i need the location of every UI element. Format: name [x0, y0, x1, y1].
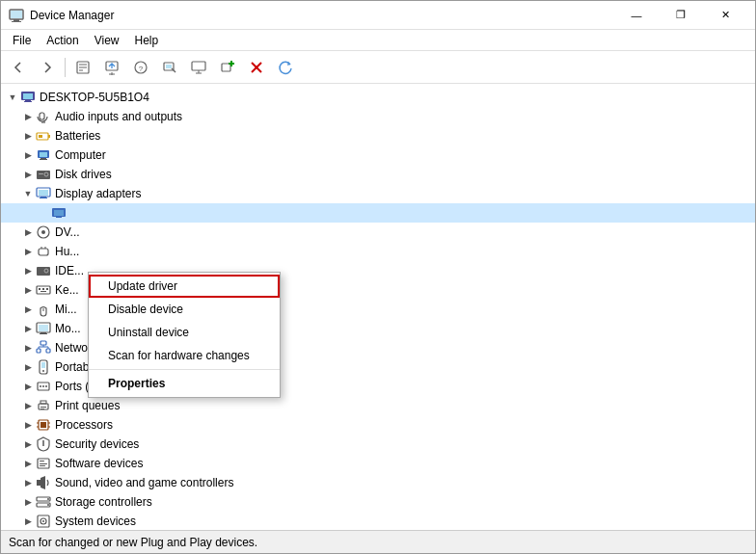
disk-icon	[36, 167, 51, 182]
keyboard-label: Ke...	[55, 283, 79, 297]
disk-arrow: ▶	[20, 167, 36, 182]
context-menu-update-driver[interactable]: Update driver	[89, 275, 280, 298]
computer-label: Computer	[55, 148, 106, 162]
software-icon	[36, 456, 51, 471]
tree-item-diskdrives[interactable]: ▶ Disk drives	[1, 165, 755, 184]
monitors-arrow: ▶	[20, 321, 36, 336]
forward-button[interactable]	[34, 54, 61, 81]
tree-item-security[interactable]: ▶ Security devices	[1, 435, 755, 454]
toolbar-sep-1	[65, 58, 66, 77]
processor-arrow: ▶	[20, 417, 36, 433]
svg-rect-56	[46, 288, 48, 290]
close-button[interactable]: ✕	[703, 1, 747, 30]
context-menu-uninstall-device[interactable]: Uninstall device	[89, 321, 280, 344]
maximize-button[interactable]: ❐	[659, 1, 703, 30]
tree-item-audio[interactable]: ▶ Audio inputs and outputs	[1, 107, 755, 126]
network-arrow: ▶	[20, 340, 36, 356]
battery-icon	[36, 128, 51, 144]
svg-rect-25	[25, 100, 31, 101]
svg-rect-93	[37, 480, 40, 486]
toolbar: ?	[1, 51, 755, 84]
tree-item-sound[interactable]: ▶ Sound, video and game controllers	[1, 473, 755, 492]
tree-item-storage[interactable]: ▶ Storage controllers	[1, 492, 755, 512]
svg-rect-55	[42, 288, 44, 290]
back-button[interactable]	[5, 54, 32, 81]
ide-icon	[36, 263, 51, 278]
update-driver-button[interactable]	[98, 54, 125, 81]
audio-icon	[36, 109, 51, 124]
storage-icon	[36, 494, 51, 510]
svg-point-75	[42, 385, 44, 387]
svg-point-96	[47, 498, 49, 500]
hu-arrow: ▶	[20, 244, 36, 259]
svg-rect-24	[23, 93, 33, 99]
tree-item-hu[interactable]: ▶ Hu...	[1, 242, 755, 261]
svg-point-88	[42, 440, 44, 442]
tree-item-dv[interactable]: ▶ DV...	[1, 223, 755, 242]
tree-item-system[interactable]: ▶ System devices	[1, 512, 755, 530]
svg-rect-41	[40, 197, 46, 198]
security-label: Security devices	[55, 437, 139, 451]
menu-help[interactable]: Help	[127, 32, 167, 49]
svg-rect-31	[39, 135, 42, 138]
tree-item-batteries[interactable]: ▶ Batteries	[1, 126, 755, 145]
tree-item-software[interactable]: ▶ Software devices	[1, 454, 755, 473]
svg-rect-38	[39, 173, 43, 174]
display-sub-icon	[51, 205, 67, 221]
svg-rect-2	[12, 21, 21, 22]
sound-label: Sound, video and game controllers	[55, 476, 233, 489]
mice-arrow: ▶	[20, 302, 36, 317]
hu-label: Hu...	[55, 245, 79, 258]
mice-label: Mi...	[55, 303, 77, 316]
scan-hardware-label: Scan for hardware changes	[108, 349, 250, 362]
svg-rect-90	[40, 461, 44, 462]
tree-item-processors[interactable]: ▶ Processors	[1, 415, 755, 435]
minimize-button[interactable]: —	[614, 1, 659, 30]
diskdrives-label: Disk drives	[55, 168, 112, 181]
tree-item-print[interactable]: ▶ Print queues	[1, 396, 755, 415]
refresh-button[interactable]	[272, 54, 299, 81]
svg-point-97	[47, 504, 49, 506]
add-device-button[interactable]	[214, 54, 241, 81]
batteries-label: Batteries	[55, 129, 100, 143]
svg-rect-60	[39, 325, 48, 331]
svg-rect-3	[11, 11, 22, 18]
tree-item-computer[interactable]: ▶ Computer	[1, 145, 755, 165]
computer2-icon	[36, 147, 51, 163]
context-menu-disable-device[interactable]: Disable device	[89, 298, 280, 321]
menu-action[interactable]: Action	[39, 32, 86, 49]
svg-rect-82	[40, 422, 46, 428]
help-button[interactable]: ?	[127, 54, 154, 81]
svg-point-76	[45, 385, 47, 387]
context-menu-separator	[89, 369, 280, 370]
menu-view[interactable]: View	[87, 32, 127, 49]
ide-label: IDE...	[55, 264, 84, 277]
svg-rect-18	[222, 64, 230, 71]
print-arrow: ▶	[20, 398, 36, 413]
context-menu-properties[interactable]: Properties	[89, 372, 280, 395]
tree-root[interactable]: ▼ DESKTOP-5U5B1O4	[1, 88, 755, 107]
svg-rect-30	[48, 135, 50, 138]
context-menu-scan-hardware[interactable]: Scan for hardware changes	[89, 344, 280, 367]
tree-item-display-sub[interactable]: ▶	[1, 203, 755, 223]
sound-arrow: ▶	[20, 475, 36, 490]
scan-hardware-button[interactable]	[156, 54, 183, 81]
remove-device-button[interactable]	[243, 54, 270, 81]
tree-item-display[interactable]: ▼ Display adapters	[1, 184, 755, 203]
svg-rect-45	[56, 217, 62, 218]
svg-rect-48	[39, 249, 48, 255]
window-title: Device Manager	[30, 9, 614, 22]
svg-point-72	[42, 370, 44, 372]
svg-rect-91	[40, 463, 47, 464]
audio-label: Audio inputs and outputs	[55, 110, 182, 123]
display-arrow: ▼	[20, 186, 36, 201]
svg-rect-33	[40, 152, 47, 157]
properties-button[interactable]	[69, 54, 96, 81]
system-arrow: ▶	[20, 514, 36, 529]
keyboard-icon	[36, 282, 51, 298]
processors-label: Processors	[55, 418, 113, 432]
dv-label: DV...	[55, 225, 80, 239]
menu-file[interactable]: File	[5, 32, 39, 49]
software-label: Software devices	[55, 457, 143, 470]
device-manager-button[interactable]	[185, 54, 212, 81]
